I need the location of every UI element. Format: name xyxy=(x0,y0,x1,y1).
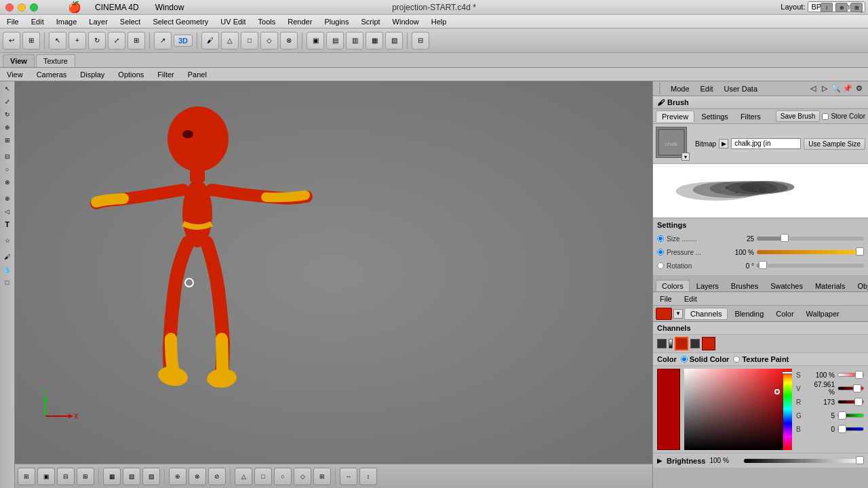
toolbar-snap[interactable]: ⊞ xyxy=(22,32,40,49)
tool-4[interactable]: ⊕ xyxy=(1,121,14,134)
bottom-btn-1[interactable]: ⊞ xyxy=(18,468,35,485)
color-tab-wallpaper[interactable]: Wallpaper xyxy=(801,308,845,319)
toolbar-3d-btn[interactable]: 3D xyxy=(174,35,193,47)
rotation-slider[interactable] xyxy=(757,264,864,268)
toolbar-rotate[interactable]: ↻ xyxy=(88,32,106,49)
solid-color-option[interactable]: Solid Color xyxy=(681,355,730,363)
tool-8[interactable]: ⊗ xyxy=(1,176,14,188)
tab-layers[interactable]: Layers xyxy=(691,281,724,291)
menu-edit[interactable]: Edit xyxy=(28,16,47,27)
save-brush-btn[interactable]: Save Brush xyxy=(776,110,821,122)
tab-brushes[interactable]: Brushes xyxy=(726,281,764,291)
traffic-lights[interactable] xyxy=(5,3,38,12)
viewport-menu-options[interactable]: Options xyxy=(115,69,146,80)
tab-materials[interactable]: Materials xyxy=(810,281,851,291)
userdata-menu[interactable]: User Data xyxy=(722,83,761,94)
toolbar-cube5[interactable]: ▧ xyxy=(385,32,403,49)
viewport[interactable]: OceanofDMG X Y xyxy=(15,81,652,464)
bottom-btn-7[interactable]: ▨ xyxy=(142,468,160,485)
menu-layer[interactable]: Layer xyxy=(86,16,111,27)
color-tab-channels[interactable]: Channels xyxy=(684,308,728,320)
menu-file[interactable]: File xyxy=(4,16,22,27)
toolbar-texture[interactable]: ⊟ xyxy=(412,32,429,49)
brush-tab-filters[interactable]: Filters xyxy=(735,111,766,122)
tab-texture[interactable]: Texture xyxy=(36,54,75,67)
bottom-btn-10[interactable]: ⊘ xyxy=(208,468,226,485)
viewport-icon2[interactable]: ⊕ xyxy=(835,3,848,12)
menu-tools[interactable]: Tools xyxy=(256,16,279,27)
tab-objects[interactable]: Objects xyxy=(852,281,868,291)
toolbar-paint2[interactable]: △ xyxy=(221,32,239,49)
nav-pin[interactable]: 📌 xyxy=(843,84,852,94)
menu-help[interactable]: Help xyxy=(429,16,450,27)
bottom-btn-17[interactable]: ↕ xyxy=(359,468,377,485)
tool-3[interactable]: ↻ xyxy=(1,108,14,121)
toolbar-cube3[interactable]: ▥ xyxy=(346,32,363,49)
tool-move[interactable]: ↖ xyxy=(1,83,14,95)
menu-window[interactable]: Window xyxy=(390,16,422,27)
bottom-btn-5[interactable]: ▦ xyxy=(103,468,121,485)
toolbar-object-add[interactable]: + xyxy=(68,32,86,49)
edit-menu[interactable]: Edit xyxy=(698,83,716,94)
viewport-menu-cameras[interactable]: Cameras xyxy=(34,69,70,80)
bottom-btn-6[interactable]: ▧ xyxy=(123,468,140,485)
menu-plugins[interactable]: Plugins xyxy=(321,16,351,27)
thumb-expand-btn[interactable]: ▼ xyxy=(682,152,690,161)
tab-colors[interactable]: Colors xyxy=(656,280,690,291)
viewport-icon1[interactable]: ↕ xyxy=(821,3,833,12)
brightness-arrow[interactable]: ▶ xyxy=(657,456,663,466)
channel-red-swatch[interactable] xyxy=(675,337,688,350)
tab-swatches[interactable]: Swatches xyxy=(765,281,808,291)
mode-menu[interactable]: Mode xyxy=(668,83,692,94)
viewport-menu-display[interactable]: Display xyxy=(77,69,107,80)
color-big-swatch[interactable] xyxy=(657,369,680,450)
s-slider[interactable] xyxy=(837,373,864,377)
color-file-menu[interactable]: File xyxy=(657,293,675,304)
viewport-menu-panel[interactable]: Panel xyxy=(185,69,210,80)
channel-main-swatch[interactable] xyxy=(702,337,715,350)
toolbar-cube4[interactable]: ▦ xyxy=(366,32,383,49)
g-slider[interactable] xyxy=(837,413,864,418)
bottom-btn-16[interactable]: ↔ xyxy=(340,468,357,485)
tool-box[interactable]: □ xyxy=(1,277,14,289)
tool-6[interactable]: ⊟ xyxy=(1,150,14,163)
nav-next[interactable]: ▷ xyxy=(820,84,829,94)
toolbar-grid[interactable]: ⊞ xyxy=(127,32,145,49)
bottom-btn-11[interactable]: △ xyxy=(235,468,252,485)
tab-view[interactable]: View xyxy=(3,54,35,67)
menubar-cinema4d[interactable]: CINEMA 4D xyxy=(92,1,142,14)
menu-uv-edit[interactable]: UV Edit xyxy=(218,16,248,27)
menu-image[interactable]: Image xyxy=(54,16,80,27)
menu-select[interactable]: Select xyxy=(117,16,144,27)
hsv-color-box[interactable] xyxy=(684,369,792,450)
bitmap-filename[interactable]: chalk.jpg (in xyxy=(731,138,801,149)
pressure-slider[interactable] xyxy=(757,250,864,254)
bottom-btn-3[interactable]: ⊟ xyxy=(57,468,75,485)
toolbar-undo[interactable]: ↩ xyxy=(3,32,20,49)
size-slider[interactable] xyxy=(757,237,864,241)
toolbar-object-move[interactable]: ↖ xyxy=(49,32,66,49)
nav-search[interactable]: 🔍 xyxy=(831,84,841,94)
viewport-menu-view[interactable]: View xyxy=(4,69,26,80)
bottom-btn-2[interactable]: ▣ xyxy=(37,468,55,485)
tool-10[interactable]: ◁ xyxy=(1,205,14,218)
toolbar-paint3[interactable]: □ xyxy=(241,32,258,49)
tool-5[interactable]: ⊞ xyxy=(1,134,14,146)
toolbar-paint[interactable]: 🖌 xyxy=(201,32,219,49)
bottom-btn-13[interactable]: ○ xyxy=(274,468,292,485)
color-tab-color[interactable]: Color xyxy=(770,308,799,319)
bottom-btn-15[interactable]: ⊞ xyxy=(313,468,331,485)
bottom-btn-12[interactable]: □ xyxy=(254,468,272,485)
tool-star[interactable]: ☆ xyxy=(1,235,14,247)
brightness-slider[interactable] xyxy=(744,459,864,463)
bottom-btn-14[interactable]: ◇ xyxy=(294,468,311,485)
toolbar-cube[interactable]: ▣ xyxy=(307,32,324,49)
menubar-window[interactable]: Window xyxy=(153,1,187,14)
rotation-radio[interactable] xyxy=(657,262,664,269)
bottom-btn-8[interactable]: ⊕ xyxy=(169,468,186,485)
swatch-expand-btn[interactable]: ▼ xyxy=(673,309,683,319)
toolbar-cursor[interactable]: ↗ xyxy=(154,32,172,49)
bottom-btn-9[interactable]: ⊗ xyxy=(189,468,206,485)
close-button[interactable] xyxy=(5,3,14,12)
tool-text[interactable]: T xyxy=(1,218,14,230)
